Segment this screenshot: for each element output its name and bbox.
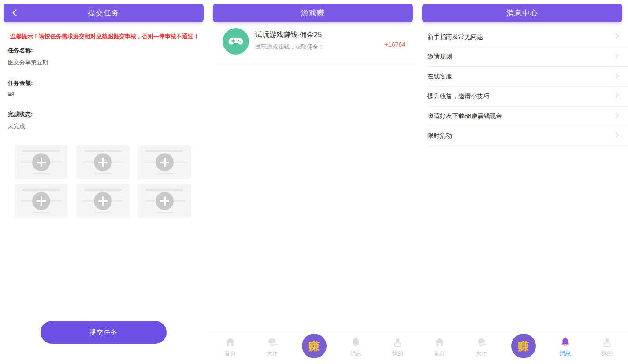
- upload-slot[interactable]: [15, 145, 68, 179]
- add-image-icon: [156, 192, 174, 210]
- profile-icon: [392, 335, 404, 349]
- page-title: 游戏赚: [301, 8, 325, 18]
- bell-icon: [350, 335, 362, 349]
- menu-item-tips[interactable]: 提升收益，邀请小技巧: [427, 87, 628, 107]
- add-image-icon: [32, 192, 50, 210]
- task-status-field: 完成状态: 未完成: [8, 110, 201, 130]
- task-name-field: 任务名称: 图文分享第五期: [8, 47, 201, 66]
- placeholder-line: [84, 150, 122, 152]
- task-status-label: 完成状态:: [8, 110, 201, 118]
- tab-profile[interactable]: 我的: [586, 331, 628, 364]
- screen-message-center: 消息中心 新手指南及常见问题 邀请规则 在线客服 提升收益，邀请小技巧 邀请好友…: [419, 0, 628, 364]
- task-name-label: 任务名称:: [8, 47, 201, 55]
- message-menu-list: 新手指南及常见问题 邀请规则 在线客服 提升收益，邀请小技巧 邀请好友下载88赚…: [419, 27, 628, 146]
- tab-messages-label: 消息: [560, 349, 571, 357]
- earn-button[interactable]: 赚: [511, 334, 536, 358]
- tab-profile-label: 我的: [602, 349, 613, 357]
- chevron-right-icon: [613, 52, 621, 62]
- hall-icon: [476, 335, 487, 349]
- task-name-value: 图文分享第五期: [8, 59, 201, 66]
- home-icon: [224, 335, 236, 349]
- task-fields: 任务名称: 图文分享第五期 任务金额: ¥8 完成状态: 未完成: [8, 47, 201, 130]
- back-icon[interactable]: [10, 7, 20, 18]
- submit-task-button[interactable]: 提交任务: [41, 321, 167, 344]
- chevron-right-icon: [613, 111, 621, 121]
- game-list-item[interactable]: 试玩游戏赚钱-佣金25 试玩游戏赚钱，获取佣金！ +16764: [209, 22, 419, 64]
- header-message-center: 消息中心: [422, 4, 622, 22]
- tab-home[interactable]: 首页: [209, 331, 251, 364]
- header-game-earn: 游戏赚: [213, 4, 413, 22]
- tab-hall-label: 大厅: [267, 349, 278, 357]
- add-image-icon: [32, 153, 50, 171]
- task-amount-label: 任务金额:: [8, 79, 201, 87]
- hall-icon: [266, 335, 278, 349]
- tab-home[interactable]: 首页: [419, 331, 461, 364]
- tab-messages-label: 消息: [350, 349, 362, 357]
- tab-profile[interactable]: 我的: [377, 331, 419, 364]
- upload-slot[interactable]: [138, 145, 191, 179]
- menu-item-invite-friends[interactable]: 邀请好友下载88赚赢钱现金: [427, 107, 628, 126]
- chevron-right-icon: [613, 32, 621, 42]
- gamepad-icon: [223, 28, 249, 55]
- game-item-title: 试玩游戏赚钱-佣金25: [255, 30, 322, 40]
- upload-slot[interactable]: [76, 184, 130, 218]
- warning-text: 温馨提示！请按任务需求提交相对应截图提交审核，否则一律审核不通过！: [8, 32, 201, 40]
- upload-slot[interactable]: [138, 184, 191, 218]
- app-root: 提交任务 温馨提示！请按任务需求提交相对应截图提交审核，否则一律审核不通过！ 任…: [0, 0, 628, 364]
- tabbar: 首页 大厅 赚: [419, 331, 628, 364]
- tabbar: 首页 大厅 赚: [209, 331, 419, 364]
- task-amount-value: ¥8: [8, 91, 201, 98]
- add-image-icon: [94, 192, 112, 210]
- task-amount-field: 任务金额: ¥8: [8, 79, 201, 98]
- placeholder-line: [156, 173, 174, 174]
- upload-slot[interactable]: [15, 184, 68, 218]
- upload-slot[interactable]: [76, 145, 130, 179]
- tab-home-label: 首页: [225, 349, 236, 357]
- placeholder-line: [84, 189, 122, 191]
- placeholder-line: [145, 150, 183, 152]
- add-image-icon: [156, 153, 174, 171]
- task-status-value: 未完成: [8, 122, 201, 130]
- tab-profile-label: 我的: [392, 349, 404, 357]
- chevron-right-icon: [613, 92, 621, 101]
- menu-item-customer-service[interactable]: 在线客服: [427, 67, 628, 87]
- tab-earn-center[interactable]: 赚: [502, 331, 544, 364]
- screen-submit-task: 提交任务 温馨提示！请按任务需求提交相对应截图提交审核，否则一律审核不通过！ 任…: [0, 0, 209, 364]
- bell-icon-active: [559, 335, 571, 349]
- divider: [217, 64, 416, 64]
- screen-game-earn: 游戏赚 试玩游戏赚钱-佣金25 试玩游戏赚钱，获取佣金！ +16764: [209, 0, 419, 364]
- placeholder-line: [22, 150, 60, 152]
- placeholder-line: [145, 189, 183, 191]
- tab-messages-active[interactable]: 消息: [544, 331, 586, 364]
- chevron-right-icon: [613, 72, 621, 81]
- page-title: 提交任务: [88, 8, 119, 18]
- tab-hall[interactable]: 大厅: [461, 331, 502, 364]
- menu-item-limited-event[interactable]: 限时活动: [427, 126, 628, 146]
- screenshot-upload-grid: [15, 145, 192, 218]
- page-title: 消息中心: [506, 8, 538, 18]
- menu-item-invite-rules[interactable]: 邀请规则: [427, 47, 628, 67]
- tab-hall[interactable]: 大厅: [251, 331, 293, 364]
- tab-messages[interactable]: 消息: [335, 331, 377, 364]
- menu-item-guide[interactable]: 新手指南及常见问题: [427, 27, 628, 47]
- commission-badge: +16764: [385, 41, 405, 48]
- add-image-icon: [94, 153, 112, 171]
- placeholder-line: [94, 173, 112, 174]
- placeholder-line: [94, 212, 112, 213]
- earn-button[interactable]: 赚: [302, 334, 327, 358]
- placeholder-line: [33, 173, 50, 174]
- profile-icon: [601, 335, 613, 349]
- chevron-right-icon: [613, 131, 621, 141]
- placeholder-line: [33, 212, 50, 213]
- header-submit-task: 提交任务: [4, 4, 204, 22]
- placeholder-line: [22, 189, 60, 191]
- tab-hall-label: 大厅: [476, 349, 487, 357]
- game-item-subtitle: 试玩游戏赚钱，获取佣金！: [255, 43, 324, 51]
- home-icon: [434, 335, 446, 349]
- placeholder-line: [156, 212, 174, 213]
- tab-earn-center[interactable]: 赚: [293, 331, 335, 364]
- tab-home-label: 首页: [434, 349, 446, 357]
